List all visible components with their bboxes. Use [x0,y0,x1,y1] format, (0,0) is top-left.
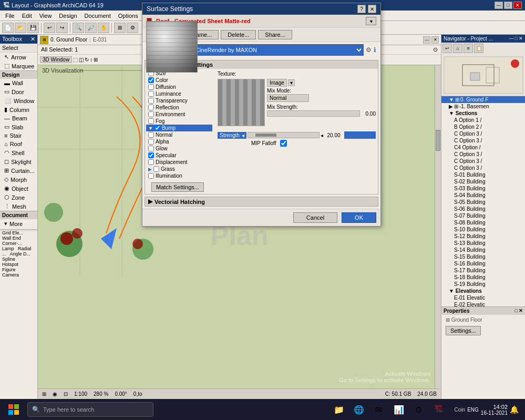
props-minimize-icon[interactable]: □ [515,308,518,314]
check-luminance-input[interactable] [148,91,154,97]
nav-section-c7[interactable]: C Option 3 / [441,165,525,171]
menu-view[interactable]: View [36,12,55,20]
title-bar-right[interactable]: — □ ✕ [495,2,522,9]
select-icon[interactable]: ⊙ [433,46,438,53]
select-all-button[interactable]: ⊞ [114,23,126,33]
nav-section-c1[interactable]: C Option 3 / [441,130,525,137]
3d-icon-2[interactable]: ◫ [79,57,84,63]
tool-zone[interactable]: ⬡ Zone [0,193,37,202]
check-transparency-input[interactable] [148,98,154,104]
check-specular-input[interactable] [148,152,154,158]
vectorial-header[interactable]: ▶ Vectorial Hatching [145,197,378,206]
new-button[interactable]: 📄 [2,23,14,33]
nav-tab-back[interactable]: ↩ [442,44,452,53]
tool-roof[interactable]: ⌂ Roof [0,140,37,148]
taskbar-mail[interactable]: ✉ [369,400,388,419]
nav-section-s07[interactable]: S-07 Building [441,212,525,219]
nav-tab-list[interactable]: ≡ [464,44,473,53]
check-grass-input[interactable] [153,166,159,172]
texture-preview-image[interactable] [218,79,265,126]
nav-section-s18[interactable]: S-18 Building [441,274,525,281]
menu-edit[interactable]: Edit [19,12,35,20]
close-button[interactable]: ✕ [513,2,522,9]
zoom-in-button[interactable]: 🔍 [73,23,84,33]
nav-section-s12[interactable]: S-12 Building [441,233,525,240]
share-surface-button[interactable]: Share... [258,30,292,39]
nav-elev-e02[interactable]: E-02 Elevatic [441,301,525,306]
nav-section-s02[interactable]: S-02 Building [441,178,525,185]
nav-tab-home[interactable]: ⌂ [453,44,462,53]
taskbar-file-explorer[interactable]: 📁 [330,400,348,419]
new-surface-button[interactable]: New... [147,30,177,39]
engine-info-icon[interactable]: ℹ [374,46,376,54]
nav-section-s03[interactable]: S-03 Building [441,185,525,192]
nav-sections-folder[interactable]: ▼ Sections [441,110,525,117]
scroll-thumb[interactable] [436,130,440,151]
strength-arrow-left[interactable]: ◂ [321,132,323,138]
menu-options[interactable]: Options [115,12,141,20]
cinrender-section-header[interactable]: ▼ CineRender Settings [145,60,378,69]
nav-section-s06[interactable]: S-06 Building [441,206,525,212]
3d-icon-1[interactable]: ⬚ [73,57,78,63]
properties-settings-button[interactable]: Settings... [446,326,481,335]
3d-icon-4[interactable]: ↕ [90,57,92,63]
check-reflection-input[interactable] [148,105,154,110]
undo-button[interactable]: ↩ [44,23,55,33]
nav-section-s14[interactable]: S-14 Building [441,247,525,253]
settings-button[interactable]: ⚙ [127,23,138,33]
rename-surface-button[interactable]: Rename... [179,30,219,39]
dialog-help-icon[interactable]: ? [357,5,366,13]
engine-select[interactable]: CineRender by MAXONOpenGLBasic [191,44,364,56]
check-glow-input[interactable] [148,146,154,151]
check-alpha-input[interactable] [148,139,154,145]
tool-curtain[interactable]: ⊞ Curtain... [0,166,37,175]
check-normal-input[interactable] [148,132,154,138]
props-close-icon[interactable]: ✕ [519,308,523,314]
nav-section-s15[interactable]: S-15 Building [441,253,525,260]
taskbar-edge[interactable]: 🌐 [349,400,368,419]
floor-label[interactable]: 0. Ground Floor [50,37,87,43]
pan-button[interactable]: ✋ [98,23,109,33]
search-bar[interactable]: 🔍 Type here to search [27,402,153,417]
extra-tools[interactable]: Grid Ele... Wall End Corner-... Lamp Rad… [0,229,37,231]
3d-window-label[interactable]: 3D Window [40,56,72,63]
engine-settings-icon[interactable]: ⚙ [366,46,372,54]
navigator-minimap[interactable] [441,54,525,96]
menu-design[interactable]: Design [56,12,80,20]
toolbox-select[interactable]: Select [0,44,37,53]
tool-object[interactable]: ◉ Object [0,184,37,193]
menu-file[interactable]: File [2,12,18,20]
dialog-close-icon[interactable]: ✕ [368,5,376,13]
nav-floor-0[interactable]: ▼ ⊞ 0. Ground F [441,96,525,103]
viewport-minimize-button[interactable]: — [423,36,430,44]
maximize-button[interactable]: □ [504,2,512,9]
nav-maximize-icon[interactable]: □ [515,36,518,42]
nav-section-a[interactable]: A Option 1 / [441,117,525,124]
taskbar-excel[interactable]: 📊 [389,400,408,419]
save-button[interactable]: 💾 [27,23,39,33]
cancel-button[interactable]: Cancel [293,212,337,223]
check-diffusion-input[interactable] [148,84,154,90]
3d-icon-3[interactable]: ↻ [85,57,89,63]
3d-icon-5[interactable]: ⊞ [94,57,98,63]
mix-mode-value[interactable]: Normal [267,94,309,102]
nav-section-c4[interactable]: C4 Option / [441,144,525,151]
strength-slider-track[interactable] [248,132,320,138]
viewport-scrollbar[interactable] [435,65,441,388]
tool-slab[interactable]: ▭ Slab [0,122,37,131]
tool-column[interactable]: ▮ Column [0,105,37,114]
menu-document[interactable]: Document [81,12,114,20]
surface-settings-dialog[interactable]: Surface Settings ? ✕ Roof - Corrugated S… [142,3,381,227]
check-environment-input[interactable] [148,111,154,117]
tool-stair[interactable]: ≡ Stair [0,131,37,140]
nav-floor-1[interactable]: ▶ ⊞ -1. Basemen [441,103,525,110]
tool-arrow[interactable]: ↖ Arrow [0,53,37,62]
tool-wall[interactable]: ▬ Wall [0,79,37,87]
tool-shell[interactable]: ◠ Shell [0,148,37,157]
delete-surface-button[interactable]: Delete... [221,30,256,39]
ok-button[interactable]: OK [342,212,376,223]
surface-options-icon[interactable]: ▾ [366,17,376,25]
tool-skylight[interactable]: ◻ Skylight [0,157,37,166]
tool-mesh[interactable]: ⋮ Mesh [0,202,37,211]
tool-marquee[interactable]: ⬚ Marquee [0,62,37,70]
